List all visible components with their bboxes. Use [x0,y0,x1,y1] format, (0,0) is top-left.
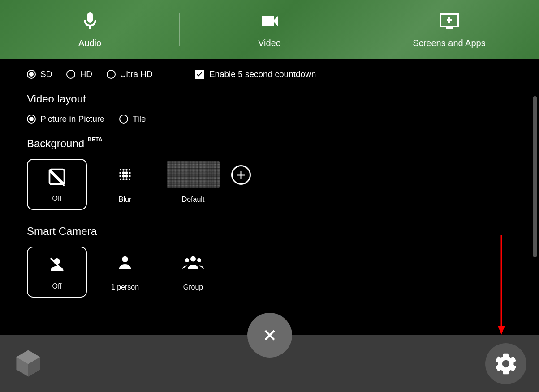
background-add-button[interactable] [231,165,251,185]
svg-point-6 [125,171,128,174]
tab-audio[interactable]: Audio [0,0,180,59]
background-option-off[interactable]: Off [27,159,87,210]
microphone-icon [78,10,103,32]
smart-camera-title: Smart Camera [27,225,512,238]
group-icon [182,253,204,271]
bottom-bar [0,335,539,392]
scrollbar-thumb[interactable] [533,96,537,257]
quality-sd-label: SD [40,69,52,79]
svg-point-5 [122,171,125,174]
close-icon [262,328,277,343]
top-tabbar: Audio Video Screens and Apps [0,0,539,59]
svg-point-1 [122,169,125,171]
svg-point-4 [119,172,121,174]
quality-row: SD HD Ultra HD Enable 5 second countdown [27,69,512,79]
blur-icon [116,165,134,184]
svg-point-23 [197,258,201,262]
svg-point-7 [129,172,131,174]
background-option-blur[interactable]: Blur [95,159,155,206]
svg-point-15 [129,179,131,180]
svg-point-2 [125,169,128,171]
layout-radio-pip[interactable]: Picture in Picture [27,114,105,124]
svg-point-13 [122,178,125,180]
svg-point-21 [190,256,196,262]
smart-camera-group-label: Group [183,283,203,291]
screen-share-icon [437,10,462,32]
plus-icon [236,170,246,180]
svg-point-22 [185,258,189,262]
svg-point-12 [120,179,121,180]
smart-camera-1person-label: 1 person [111,283,139,291]
smart-camera-option-group[interactable]: Group [163,247,223,294]
layout-radio-tile[interactable]: Tile [119,114,146,124]
video-layout-row: Picture in Picture Tile [27,114,512,124]
quality-radio-hd[interactable]: HD [66,69,92,79]
svg-point-11 [129,175,131,177]
tab-screens-apps[interactable]: Screens and Apps [359,0,539,59]
svg-point-9 [122,175,125,177]
beta-badge: BETA [88,136,103,142]
content-scrollbar[interactable] [532,59,538,335]
smart-camera-off-label: Off [52,282,61,290]
gear-icon [493,351,518,376]
background-option-default[interactable]: Default [163,159,223,206]
background-default-thumbnail [167,161,220,188]
video-layout-title: Video layout [27,93,512,105]
quality-radio-sd[interactable]: SD [27,69,52,79]
person-off-icon [47,255,66,274]
settings-button[interactable] [485,343,526,384]
video-camera-icon [257,10,282,32]
smart-camera-option-off[interactable]: Off [27,247,87,298]
smart-camera-options: Off 1 person Group [27,247,512,298]
close-panel-button[interactable] [247,313,292,358]
layout-pip-label: Picture in Picture [40,114,105,124]
person-icon [116,253,134,271]
image-off-icon [47,167,67,187]
svg-point-3 [129,169,131,171]
background-off-label: Off [52,195,61,203]
svg-point-10 [125,175,128,177]
tab-audio-label: Audio [78,38,101,48]
quality-radio-ultrahd[interactable]: Ultra HD [107,69,153,79]
tab-video[interactable]: Video [180,0,359,59]
countdown-checkbox[interactable]: Enable 5 second countdown [195,69,316,79]
background-blur-label: Blur [119,196,131,204]
background-default-label: Default [182,196,205,204]
svg-point-14 [125,178,128,180]
svg-point-20 [122,256,128,262]
tab-video-label: Video [258,38,281,48]
background-options: Off Blur Default [27,159,512,210]
svg-point-0 [120,169,121,171]
smart-camera-option-1person[interactable]: 1 person [95,247,155,294]
svg-point-8 [119,175,121,177]
tab-screens-label: Screens and Apps [413,38,485,48]
countdown-label: Enable 5 second countdown [209,69,316,79]
layout-tile-label: Tile [133,114,146,124]
video-settings-panel: SD HD Ultra HD Enable 5 second countdown… [0,59,539,335]
quality-ultrahd-label: Ultra HD [120,69,153,79]
quality-hd-label: HD [80,69,92,79]
app-logo [13,348,44,379]
background-title: Background BETA [27,137,512,150]
